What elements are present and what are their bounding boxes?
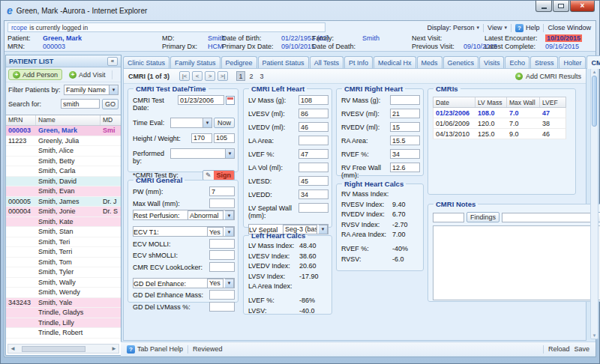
first-page-button[interactable]: |< (179, 71, 190, 81)
patient-row[interactable]: Smith, Stan (6, 227, 121, 237)
help-button[interactable]: ? Help (515, 24, 540, 32)
add-person-button[interactable]: + Add Person (8, 69, 62, 80)
reload-button[interactable]: Reload (548, 345, 570, 353)
notes-search-input[interactable] (502, 213, 594, 222)
field-input[interactable]: Yes (207, 279, 224, 288)
add-visit-button[interactable]: + Add Visit (65, 69, 109, 80)
minimize-button[interactable] (536, 1, 552, 12)
patient-row[interactable]: Trindle, Lilly (6, 318, 121, 329)
chevron-down-icon[interactable]: ▾ (225, 279, 234, 288)
save-button[interactable]: Save (574, 345, 590, 353)
scroll-down-icon[interactable]: ▼ (592, 333, 597, 338)
page-number-button[interactable]: 1 (236, 71, 245, 81)
calendar-icon[interactable] (226, 96, 235, 105)
weight-input[interactable] (214, 133, 235, 143)
tab[interactable]: Echo (505, 56, 530, 68)
notes-textarea[interactable]: ▲ ▼ (433, 225, 600, 300)
field-input[interactable]: 12.6 (390, 163, 420, 172)
tab[interactable]: Visits (479, 56, 504, 68)
page-number-button[interactable]: 3 (257, 71, 266, 81)
reviewed-button[interactable]: Reviewed (193, 345, 223, 353)
patient-row[interactable]: Smith, Wendy (6, 288, 121, 298)
patient-row[interactable]: Smith, Alice (6, 146, 121, 157)
next-page-button[interactable]: > (205, 71, 215, 81)
scrollbar-thumb[interactable] (22, 346, 86, 352)
field-input[interactable] (298, 203, 328, 213)
patient-row[interactable]: Smith, Terri (6, 247, 121, 258)
field-input[interactable] (298, 136, 328, 145)
field-input[interactable] (209, 239, 235, 249)
tab[interactable]: Holter (559, 56, 586, 68)
scroll-up-icon[interactable]: ▲ (592, 70, 597, 74)
patient-row[interactable]: Smith, Carla (6, 166, 121, 177)
tab[interactable]: Stress (530, 56, 559, 68)
notes-code-input[interactable] (433, 213, 464, 222)
prev-page-button[interactable]: < (192, 71, 202, 81)
column-header-name[interactable]: Name (36, 115, 100, 125)
cmri-history-row[interactable]: 01/23/2006 108.0 7.0 47 (433, 108, 566, 118)
tab[interactable]: Genetics (443, 56, 479, 68)
findings-button[interactable]: Findings (466, 212, 500, 222)
close-window-button[interactable]: Close Window (548, 24, 591, 31)
tab[interactable]: Medical Hx (374, 56, 416, 68)
tab[interactable]: Family Status (170, 56, 220, 68)
add-cmri-results-button[interactable]: + Add CMRI Results (515, 73, 581, 80)
column-header-max-wall[interactable]: Max Wall (507, 97, 540, 107)
scroll-right-icon[interactable]: ► (111, 346, 117, 352)
page-number-button[interactable]: 2 (247, 71, 256, 81)
height-input[interactable] (191, 133, 212, 143)
field-input[interactable]: 86 (298, 109, 328, 118)
chevron-down-icon[interactable]: ▾ (225, 227, 234, 237)
filter-select[interactable]: Family Name ▾ (64, 85, 118, 95)
patient-row[interactable]: Smith, David (6, 177, 121, 187)
tab[interactable]: All Tests (310, 56, 344, 68)
column-header-md[interactable]: MD (100, 115, 121, 125)
patient-row[interactable]: 343243 Smith, Yale (6, 298, 121, 309)
field-input[interactable] (298, 163, 328, 172)
field-input[interactable]: 45 (298, 176, 328, 186)
field-input[interactable]: 7 (209, 186, 235, 196)
tab[interactable]: Clinic Status (123, 56, 170, 68)
collapse-panel-button[interactable]: « (107, 57, 118, 66)
column-header-lvef[interactable]: LVEF (540, 97, 561, 107)
tab[interactable]: Meds (417, 56, 442, 68)
field-input[interactable]: 21 (390, 109, 420, 118)
patient-row[interactable]: 000003 Green, Mark Smi (6, 126, 121, 136)
scroll-left-icon[interactable]: ◄ (10, 346, 16, 352)
field-input[interactable] (390, 95, 420, 105)
column-header-date[interactable]: Date (434, 97, 476, 107)
last-page-button[interactable]: >| (218, 71, 228, 81)
go-button[interactable]: GO (102, 99, 118, 109)
maximize-button[interactable] (553, 1, 569, 12)
tab[interactable]: Pt Info (344, 56, 373, 68)
field-input[interactable]: Yes (207, 227, 224, 237)
field-input[interactable] (209, 290, 235, 300)
field-input[interactable] (209, 302, 235, 312)
tab-panel-help-button[interactable]: ? Tab Panel Help (127, 345, 183, 354)
field-input[interactable] (209, 262, 235, 272)
scrollbar-thumb[interactable] (592, 76, 597, 127)
now-button[interactable]: Now (214, 118, 235, 128)
tab[interactable]: Patient Status (258, 56, 309, 68)
field-input[interactable]: 47 (298, 149, 328, 159)
patient-row[interactable]: Smith, Wally (6, 278, 121, 288)
close-window-caption-button[interactable]: × (570, 1, 595, 12)
horizontal-scrollbar[interactable]: ◄ ► (8, 344, 119, 354)
tab[interactable]: CMRI (586, 55, 600, 69)
field-input[interactable]: 15.5 (390, 136, 420, 145)
patient-row[interactable]: 000004 Smith, Jonie Dr. S (6, 207, 121, 217)
cmri-history-row[interactable]: 01/06/2009 120.0 7.0 38 (433, 118, 566, 129)
search-input[interactable] (61, 99, 100, 109)
field-input[interactable] (209, 250, 235, 260)
patient-row[interactable]: 000005 Smith, James Dr. J (6, 197, 121, 207)
vertical-scrollbar[interactable]: ▲ ▼ (590, 68, 598, 339)
field-input[interactable]: 15 (390, 122, 420, 132)
cmri-history-row[interactable]: 04/13/2010 125.0 9.0 46 (433, 129, 566, 139)
field-input[interactable]: 46 (298, 122, 328, 132)
patient-row[interactable]: Smith, Evan (6, 186, 121, 197)
cmri-test-date-input[interactable] (178, 95, 224, 105)
patient-row[interactable]: Smith, Tom (6, 258, 121, 268)
tab[interactable]: Pedigree (221, 56, 257, 68)
chevron-down-icon[interactable]: ▾ (225, 210, 234, 220)
performed-by-select[interactable]: ▾ (170, 148, 235, 159)
